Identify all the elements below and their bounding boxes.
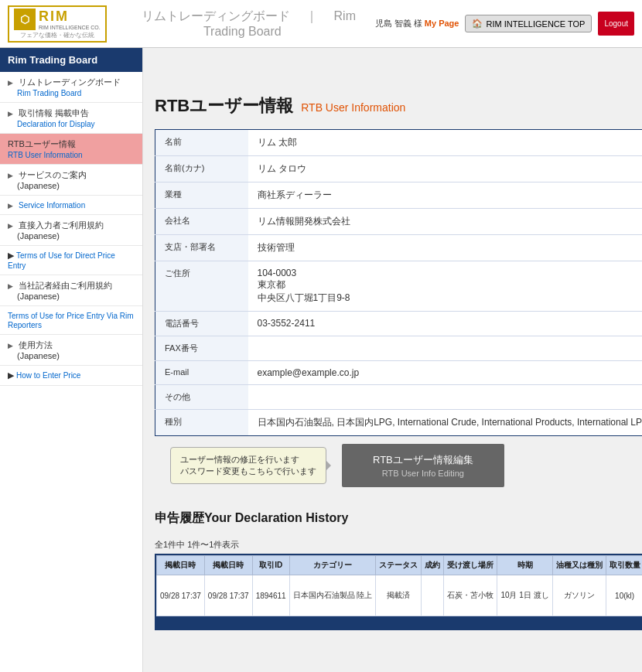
table-row: その他 <box>155 385 643 410</box>
sidebar-item-en-label-6: Terms of Use for Price Entry Via Rim Rep… <box>8 312 134 329</box>
sidebar-item-user-info[interactable]: RTBユーザー情報 RTB User Information <box>0 134 142 165</box>
history-title-jp: 申告履歴 <box>155 511 204 524</box>
field-value-type: 日本国内石油製品, 日本国内LPG, International Crude, … <box>248 410 643 436</box>
table-header-row: 掲載日時 掲載日時 取引ID カテゴリー ステータス 成約 受け渡し場所 時期 … <box>157 556 643 575</box>
header: ⬡ RIM RIM INTELLIGENCE CO. フェアな価格・確かな伝統 … <box>0 0 642 48</box>
user-info: 児島 智義 様 My Page <box>375 18 459 29</box>
sidebar-item-trading-board[interactable]: ▶ リムトレーディングボード Rim Trading Board <box>0 72 142 103</box>
sidebar-item-service-en[interactable]: ▶ Service Information <box>0 196 142 215</box>
table-row: 名前(カナ) リム タロウ <box>155 156 643 182</box>
cell-status: 掲載済 <box>376 575 422 616</box>
edit-btn-jp: RTBユーザー情報編集 <box>373 454 473 466</box>
col-id: 取引ID <box>252 556 289 575</box>
sidebar-item-en-label: Rim Trading Board <box>17 89 81 97</box>
sidebar-item-terms-reporter-jp[interactable]: ▶ 当社記者経由ご利用規約 (Japanese) <box>0 275 142 306</box>
page-heading: RTBユーザー情報 RTB User Information <box>155 94 642 118</box>
cell-id: 1894611 <box>252 575 289 616</box>
history-title: 申告履歴Your Declaration History <box>155 510 348 527</box>
sidebar-item-terms-direct-en[interactable]: ▶ Terms of Use for Direct Price Entry <box>0 246 142 275</box>
arrow-icon-8: ▶ <box>8 342 13 350</box>
cell-category: 日本国内石油製品 陸上 <box>289 575 376 616</box>
col-place: 受け渡し場所 <box>444 556 497 575</box>
rim-top-button[interactable]: 🏠 RIM INTELLIGENCE TOP <box>465 15 592 32</box>
col-period: 時期 <box>497 556 552 575</box>
history-section: 申告履歴Your Declaration History 取引情報の申告履歴が表… <box>155 510 642 630</box>
arrow-icon-5: ▶ <box>8 222 13 230</box>
sidebar-item-service-jp[interactable]: ▶ サービスのご案内 (Japanese) <box>0 165 142 196</box>
cell-date1: 09/28 17:37 <box>157 575 205 616</box>
sidebar-item-label-3: RTBユーザー情報 <box>8 139 76 148</box>
edit-callout: ユーザー情報の修正を行います パスワード変更もこちらで行います <box>170 447 326 484</box>
arrow-icon-9: ▶ <box>8 370 14 380</box>
table-row: E-mail example@example.co.jp <box>155 361 643 385</box>
sidebar-item-label-2: 取引情報 掲載申告 <box>19 108 89 118</box>
field-value-email: example@example.co.jp <box>248 361 643 385</box>
header-right: 児島 智義 様 My Page 🏠 RIM INTELLIGENCE TOP L… <box>375 12 634 36</box>
content-area: 現在のユーザー情報です RTBユーザー情報 RTB User Informati… <box>143 48 642 672</box>
table-row: 業種 商社系ディーラー <box>155 182 643 209</box>
sidebar-item-label-7b: (Japanese) <box>17 351 60 360</box>
table-row: 電話番号 03-3552-2411 <box>155 312 643 336</box>
field-label-fax: FAX番号 <box>155 336 248 361</box>
history-count: 全1件中 1件〜1件表示 <box>155 539 239 551</box>
logo-area: ⬡ RIM RIM INTELLIGENCE CO. フェアな価格・確かな伝統 <box>8 5 116 43</box>
field-value-industry: 商社系ディーラー <box>248 182 643 209</box>
sidebar-item-how-to-en[interactable]: ▶ How to Enter Price <box>0 366 142 386</box>
field-value-branch: 技術管理 <box>248 235 643 261</box>
sidebar-item-label-7: 使用方法 <box>19 340 53 350</box>
edit-callout-line2: パスワード変更もこちらで行います <box>180 466 316 477</box>
logo-rim-text: RIM <box>39 9 101 25</box>
arrow-icon: ▶ <box>8 79 13 87</box>
sidebar-item-label-5b: (Japanese) <box>17 231 60 240</box>
mypage-button[interactable]: My Page <box>425 19 459 28</box>
field-label-email: E-mail <box>155 361 248 385</box>
sidebar-item-label-6: 当社記者経由ご利用規約 <box>19 281 112 290</box>
logo-tagline: フェアな価格・確かな伝統 <box>20 31 94 39</box>
user-name: 児島 智義 様 <box>375 19 422 28</box>
arrow-icon-4: ▶ <box>8 202 13 210</box>
arrow-icon-7: ▶ <box>8 282 13 290</box>
sidebar: Rim Trading Board ▶ リムトレーディングボード Rim Tra… <box>0 48 143 672</box>
sidebar-title: Rim Trading Board <box>0 48 142 72</box>
cell-date2: 09/28 17:37 <box>204 575 252 616</box>
sidebar-item-terms-reporter-en[interactable]: Terms of Use for Price Entry Via Rim Rep… <box>0 306 142 335</box>
sidebar-item-usage-jp[interactable]: ▶ 使用方法 (Japanese) <box>0 335 142 366</box>
home-icon: 🏠 <box>472 19 483 29</box>
field-label-company: 会社名 <box>155 209 248 235</box>
logo-company-text: RIM INTELLIGENCE CO. <box>39 25 101 30</box>
table-row: 09/28 17:37 09/28 17:37 1894611 日本国内石油製品… <box>157 575 643 616</box>
edit-user-info-button[interactable]: RTBユーザー情報編集 RTB User Info Editing <box>342 444 504 487</box>
col-category: カテゴリー <box>289 556 376 575</box>
table-row: 支店・部署名 技術管理 <box>155 235 643 261</box>
rim-top-label: RIM INTELLIGENCE TOP <box>486 19 585 29</box>
sidebar-item-label: リムトレーディングボード <box>19 77 121 87</box>
logo-box: ⬡ RIM RIM INTELLIGENCE CO. フェアな価格・確かな伝統 <box>8 5 107 43</box>
sidebar-item-en-label-7: How to Enter Price <box>16 371 80 380</box>
sidebar-item-terms-direct-jp[interactable]: ▶ 直接入力者ご利用規約 (Japanese) <box>0 215 142 246</box>
col-status: ステータス <box>376 556 422 575</box>
sidebar-item-declaration[interactable]: ▶ 取引情報 掲載申告 Declaration for Display <box>0 103 142 134</box>
sidebar-item-label-4: サービスのご案内 <box>19 170 87 179</box>
main-layout: Rim Trading Board ▶ リムトレーディングボード Rim Tra… <box>0 48 642 672</box>
col-qty: 取引数量 <box>606 556 642 575</box>
sidebar-item-en-label-5: Terms of Use for Direct Price Entry <box>8 251 115 270</box>
field-value-company: リム情報開発株式会社 <box>248 209 643 235</box>
logo-icon: ⬡ <box>14 9 36 30</box>
sidebar-item-en-label-3: RTB User Information <box>8 151 83 159</box>
cell-period: 10月 1日 渡し <box>497 575 552 616</box>
col-contract: 成約 <box>422 556 444 575</box>
field-value-other <box>248 385 643 410</box>
field-value-phone: 03-3552-2411 <box>248 312 643 336</box>
arrow-icon-3: ▶ <box>8 172 13 179</box>
header-title: リムトレーディングボード ｜ Rim Trading Board <box>116 9 375 39</box>
field-value-fax <box>248 336 643 361</box>
table-row: 名前 リム 太郎 <box>155 130 643 156</box>
sidebar-item-label-5: 直接入力者ご利用規約 <box>19 220 104 230</box>
history-table-wrapper: 掲載日時 掲載日時 取引ID カテゴリー ステータス 成約 受け渡し場所 時期 … <box>155 554 642 618</box>
arrow-icon-6: ▶ <box>8 251 14 260</box>
cell-oil: ガソリン <box>552 575 606 616</box>
logout-button[interactable]: Logout <box>598 12 634 36</box>
field-label-address: ご住所 <box>155 261 248 312</box>
field-label-industry: 業種 <box>155 182 248 209</box>
user-info-table: 名前 リム 太郎 名前(カナ) リム タロウ 業種 商社系ディーラー 会社名 リ… <box>155 129 642 436</box>
